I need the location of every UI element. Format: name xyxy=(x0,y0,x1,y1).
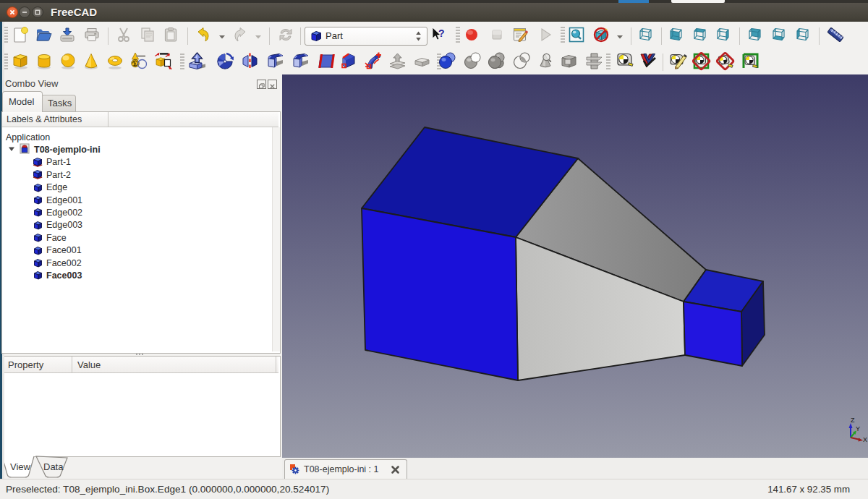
svg-text:Z: Z xyxy=(851,417,855,424)
svg-text:X: X xyxy=(863,436,867,443)
svg-text:Data: Data xyxy=(43,461,64,472)
svg-text:Y: Y xyxy=(856,425,860,432)
svg-text:View: View xyxy=(10,461,31,472)
svg-text:?: ? xyxy=(438,27,445,39)
